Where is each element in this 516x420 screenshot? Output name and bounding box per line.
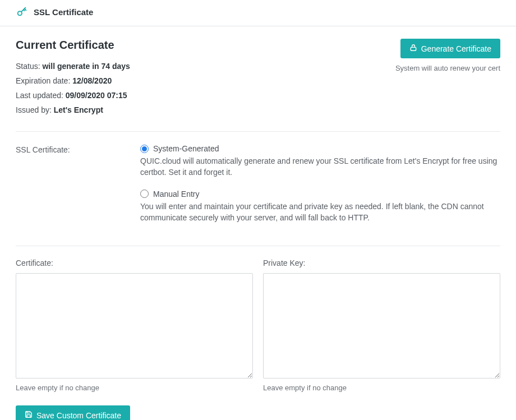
status-block: Status: will generate in 74 days Expirat…: [16, 62, 130, 114]
radio-option-manual: Manual Entry You will enter and maintain…: [140, 190, 500, 224]
ssl-mode-label: SSL Certificate:: [16, 144, 140, 154]
certificate-hint: Leave empty if no change: [16, 384, 253, 392]
generate-button-label: Generate Certificate: [421, 44, 491, 53]
ssl-mode-options: System-Generated QUIC.cloud will automat…: [140, 144, 500, 234]
radio-row-system[interactable]: System-Generated: [140, 144, 500, 153]
certificate-textarea[interactable]: [16, 273, 253, 379]
radio-manual[interactable]: [140, 190, 149, 198]
status-label: Status:: [16, 62, 40, 71]
save-button-label: Save Custom Certificate: [36, 411, 121, 420]
lastupdated-label: Last updated:: [16, 91, 63, 100]
svg-rect-4: [411, 47, 416, 50]
save-icon: [25, 410, 33, 420]
svg-line-3: [24, 10, 25, 11]
radio-manual-title: Manual Entry: [153, 190, 199, 199]
generate-certificate-button[interactable]: Generate Certificate: [400, 39, 500, 58]
radio-system-description: QUIC.cloud will automatically generate a…: [140, 155, 500, 178]
issuedby-label: Issued by:: [16, 105, 52, 114]
radio-row-manual[interactable]: Manual Entry: [140, 190, 500, 199]
issuedby-value: Let's Encrypt: [54, 105, 103, 114]
radio-system[interactable]: [140, 145, 149, 153]
generate-helper-text: System will auto renew your cert: [395, 64, 500, 72]
status-value: will generate in 74 days: [42, 62, 130, 71]
radio-option-system: System-Generated QUIC.cloud will automat…: [140, 144, 500, 178]
lock-icon: [409, 44, 417, 53]
divider-2: [16, 246, 500, 246]
expiration-value: 12/08/2020: [72, 76, 112, 85]
divider: [16, 131, 500, 132]
panel-title: SSL Certificate: [34, 7, 93, 17]
panel-header: SSL Certificate: [0, 0, 516, 26]
radio-manual-description: You will enter and maintain your certifi…: [140, 201, 500, 224]
privatekey-hint: Leave empty if no change: [263, 384, 500, 392]
section-title-current: Current Certificate: [16, 39, 130, 52]
svg-line-2: [25, 9, 26, 11]
certificate-label: Certificate:: [16, 259, 253, 267]
privatekey-label: Private Key:: [263, 259, 500, 267]
save-custom-certificate-button[interactable]: Save Custom Certificate: [16, 405, 130, 420]
expiration-label: Expiration date:: [16, 76, 70, 85]
key-icon: [16, 6, 28, 18]
privatekey-textarea[interactable]: [263, 273, 500, 379]
lastupdated-value: 09/09/2020 07:15: [66, 91, 127, 100]
radio-system-title: System-Generated: [153, 144, 219, 153]
